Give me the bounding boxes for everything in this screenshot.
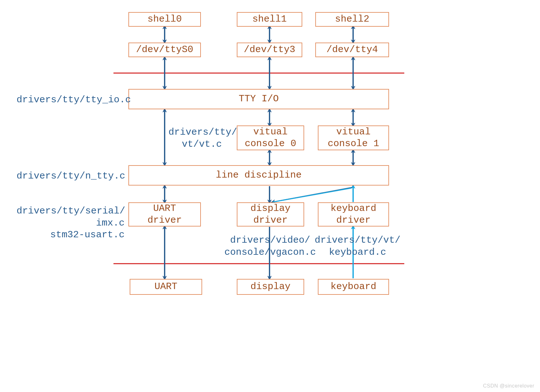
text: shell1 <box>252 13 287 25</box>
text: drivers/tty/tty_io.c <box>17 94 131 105</box>
label-keyboard-c: drivers/tty/vt/ keyboard.c <box>310 234 405 258</box>
text: drivers/tty/n_tty.c <box>17 171 125 181</box>
text: display <box>250 281 291 293</box>
box-display: display <box>237 279 304 295</box>
text: UART <box>154 281 177 293</box>
text: /dev/tty4 <box>326 44 378 56</box>
box-dev-tty3: /dev/tty3 <box>237 43 302 57</box>
text: keyboard <box>331 281 376 293</box>
text-line2: vt/vt.c <box>182 139 222 150</box>
text-line1: vitual <box>336 126 371 138</box>
box-dev-tty4: /dev/tty4 <box>315 43 389 57</box>
text: shell2 <box>335 13 369 25</box>
label-serial-c: drivers/tty/serial/ imx.c stm32-usart.c <box>17 205 125 241</box>
text-line2: driver <box>336 214 371 226</box>
text: /dev/tty3 <box>244 44 295 56</box>
text-line2: console 0 <box>245 138 296 150</box>
watermark: CSDN @sincerelover <box>483 383 534 389</box>
text-line1: drivers/tty/ <box>168 127 237 138</box>
box-tty-io: TTY I/O <box>128 89 389 109</box>
box-shell2: shell2 <box>315 12 389 27</box>
label-tty-io-c: drivers/tty/tty_io.c <box>17 94 125 106</box>
arrow-layer <box>0 0 540 392</box>
box-virtual-console-1: vitual console 1 <box>318 125 389 150</box>
box-virtual-console-0: vitual console 0 <box>237 125 304 150</box>
text-line1: drivers/tty/vt/ <box>315 235 400 246</box>
svg-line-16 <box>273 187 352 202</box>
text-line2: imx.c <box>96 218 125 228</box>
text-line1: display <box>250 203 291 215</box>
box-display-driver: display driver <box>237 202 304 226</box>
text-line2: console 1 <box>328 138 379 150</box>
box-keyboard-driver: keyboard driver <box>318 202 389 226</box>
box-line-discipline: line discipline <box>128 165 389 186</box>
label-vt-c: drivers/tty/ vt/vt.c <box>168 126 235 150</box>
text-line2: driver <box>253 214 288 226</box>
svg-line-17 <box>273 188 352 202</box>
box-shell0: shell0 <box>128 12 201 27</box>
text: line discipline <box>216 169 302 181</box>
label-vgacon-c: drivers/video/ console/vgacon.c <box>222 234 318 258</box>
text-line1: vitual <box>253 126 288 138</box>
text-line3: stm32-usart.c <box>50 229 125 240</box>
box-dev-ttys0: /dev/ttyS0 <box>128 43 201 57</box>
text-line2: keyboard.c <box>329 247 386 258</box>
text: shell0 <box>147 13 182 25</box>
text: /dev/ttyS0 <box>136 44 193 56</box>
text-line1: UART <box>153 203 176 215</box>
box-shell1: shell1 <box>237 12 302 27</box>
text: TTY I/O <box>239 93 279 105</box>
box-keyboard: keyboard <box>318 279 389 295</box>
text-line1: drivers/video/ <box>230 235 310 246</box>
text-line2: driver <box>147 214 182 226</box>
tty-architecture-diagram: shell0 shell1 shell2 /dev/ttyS0 /dev/tty… <box>0 0 540 392</box>
text: CSDN @sincerelover <box>483 383 534 389</box>
text-line1: keyboard <box>331 203 376 215</box>
text-line1: drivers/tty/serial/ <box>17 206 125 216</box>
text-line2: console/vgacon.c <box>224 247 316 258</box>
box-uart: UART <box>130 279 202 295</box>
box-uart-driver: UART driver <box>128 202 201 226</box>
label-n-tty-c: drivers/tty/n_tty.c <box>17 170 125 182</box>
